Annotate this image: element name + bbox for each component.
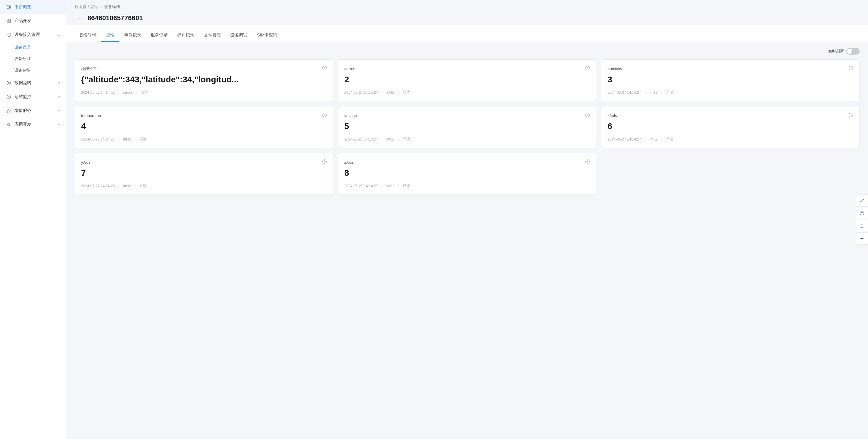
value-icon xyxy=(6,108,11,113)
history-icon-zAxis[interactable] xyxy=(585,159,590,165)
card-value-yAxis: 7 xyxy=(81,168,327,178)
sidebar-item-device-transfer-label: 设备转移 xyxy=(14,68,30,72)
card-value-xAxis: 6 xyxy=(608,122,853,131)
card-voltage: voltage 5 2024-05-27 14:14:27 ｜int32｜只读 xyxy=(338,106,596,148)
sidebar-item-device-mgmt[interactable]: 设备接入管理 ∧ xyxy=(0,28,66,41)
app-dev-arrow-icon: ∨ xyxy=(58,123,60,126)
card-xAxis: xAxis 6 2024-05-27 14:14:27 ｜int32｜只读 xyxy=(601,106,860,148)
card-name-xAxis: xAxis xyxy=(608,113,617,118)
float-help-button[interactable] xyxy=(856,207,868,219)
device-mgmt-arrow-icon: ∧ xyxy=(58,33,60,36)
card-name-zAxis: zAxis xyxy=(344,160,354,165)
svg-rect-7 xyxy=(7,33,11,36)
history-icon-geo[interactable] xyxy=(322,66,327,72)
app-icon xyxy=(6,122,11,127)
svg-point-23 xyxy=(862,214,862,214)
history-icon-voltage[interactable] xyxy=(585,113,590,119)
svg-marker-13 xyxy=(7,109,10,113)
tab-sim[interactable]: SIM卡查询 xyxy=(252,30,282,41)
value-arrow-icon: ∨ xyxy=(58,109,60,113)
card-name-current: current xyxy=(344,67,356,71)
sidebar-item-platform-label: 平台概览 xyxy=(14,4,60,10)
breadcrumb-current: 设备详情 xyxy=(104,4,120,10)
card-value-geo: {"altitude":343,"latitude":34,"longitud.… xyxy=(81,75,327,85)
card-name-humidity: humidity xyxy=(608,67,622,71)
ops-arrow-icon: ∨ xyxy=(58,95,60,99)
sidebar-item-ops-label: 运维监控 xyxy=(14,94,55,99)
sidebar-item-device-manage-label: 设备管理 xyxy=(14,45,30,50)
tab-event[interactable]: 事件记录 xyxy=(119,30,146,41)
tab-bar: 设备详情属性事件记录服务记录操作记录文件管理设备调试SIM卡查询 xyxy=(66,25,868,42)
sidebar-item-device-mgmt-label: 设备接入管理 xyxy=(14,32,55,37)
device-icon xyxy=(6,32,11,37)
card-timestamp-zAxis: 2024-05-27 14:14:27 xyxy=(344,184,378,188)
sidebar-item-device-transfer[interactable]: 设备转移 xyxy=(14,65,66,76)
sidebar-item-value-label: 增值服务 xyxy=(14,108,55,113)
card-yAxis: yAxis 7 2024-05-27 14:14:27 ｜int32｜只读 xyxy=(75,153,333,195)
history-icon-yAxis[interactable] xyxy=(322,159,327,165)
card-timestamp-xAxis: 2024-05-27 14:14:27 xyxy=(608,137,641,142)
card-timestamp-current: 2024-05-27 14:14:27 xyxy=(344,90,378,95)
svg-rect-6 xyxy=(9,21,10,23)
page-header: ← 864601065776601 xyxy=(66,11,868,22)
main-content: 设备接入管理 > 设备详情 ← 864601065776601 设备详情属性事件… xyxy=(66,0,868,439)
history-icon-xAxis[interactable] xyxy=(848,113,853,119)
sidebar-item-app-dev[interactable]: 应用开发 ∨ xyxy=(0,118,66,131)
float-edit-button[interactable] xyxy=(856,194,868,207)
card-name-voltage: voltage xyxy=(344,113,357,118)
tab-detail[interactable]: 设备详情 xyxy=(75,30,101,41)
sidebar-item-platform[interactable]: 平台概览 xyxy=(0,0,66,14)
float-minimize-button[interactable] xyxy=(856,232,868,245)
history-icon-temperature[interactable] xyxy=(322,113,327,119)
page-title: 864601065776601 xyxy=(88,14,143,22)
toolbar: 实时刷新 xyxy=(75,48,860,55)
product-icon xyxy=(6,18,11,24)
sidebar: 平台概览 产品开发 设备接入管理 ∧ 设备管理 设备分组 设备转移 数据流转 ∨ xyxy=(0,0,66,439)
svg-rect-3 xyxy=(7,19,8,21)
content-area: 实时刷新 地理位置 {"altitude":343,"latitude":34,… xyxy=(66,42,868,439)
card-timestamp-voltage: 2024-05-27 14:14:27 xyxy=(344,137,378,142)
breadcrumb: 设备接入管理 > 设备详情 xyxy=(66,0,868,11)
sidebar-item-device-manage[interactable]: 设备管理 xyxy=(14,41,66,53)
card-name-geo: 地理位置 xyxy=(81,66,97,71)
history-icon-humidity[interactable] xyxy=(848,66,853,72)
sidebar-sub-device: 设备管理 设备分组 设备转移 xyxy=(0,41,66,76)
card-current: current 2 2024-05-27 14:14:27 ｜int32｜只读 xyxy=(338,59,596,101)
card-geo: 地理位置 {"altitude":343,"latitude":34,"long… xyxy=(75,59,333,101)
tab-debug[interactable]: 设备调试 xyxy=(226,30,252,41)
data-flow-arrow-icon: ∨ xyxy=(58,82,60,85)
globe-icon xyxy=(6,4,11,10)
sidebar-item-value-added[interactable]: 增值服务 ∨ xyxy=(0,104,66,118)
sidebar-item-device-group[interactable]: 设备分组 xyxy=(14,53,66,65)
tab-operation[interactable]: 操作记录 xyxy=(173,30,199,41)
card-timestamp-yAxis: 2024-05-27 14:14:27 xyxy=(81,184,115,188)
sidebar-item-product[interactable]: 产品开发 xyxy=(0,14,66,28)
monitor-icon xyxy=(6,94,11,99)
card-value-current: 2 xyxy=(344,75,590,85)
tab-service[interactable]: 服务记录 xyxy=(146,30,173,41)
sidebar-item-product-label: 产品开发 xyxy=(14,18,60,24)
toggle-knob xyxy=(847,49,852,54)
card-zAxis: zAxis 8 2024-05-27 14:14:27 ｜int32｜只读 xyxy=(338,153,596,195)
history-icon-current[interactable] xyxy=(585,66,590,72)
realtime-refresh-toggle[interactable] xyxy=(846,48,860,55)
sidebar-item-ops[interactable]: 运维监控 ∨ xyxy=(0,90,66,104)
attribute-cards: 地理位置 {"altitude":343,"latitude":34,"long… xyxy=(75,59,860,195)
flow-icon xyxy=(6,80,11,86)
card-humidity: humidity 3 2024-05-27 14:14:27 ｜int32｜只读 xyxy=(601,59,860,101)
breadcrumb-parent[interactable]: 设备接入管理 xyxy=(75,4,98,10)
card-value-voltage: 5 xyxy=(344,122,590,131)
back-button[interactable]: ← xyxy=(75,14,83,22)
float-buttons xyxy=(856,194,868,245)
breadcrumb-separator: > xyxy=(100,5,102,9)
svg-rect-5 xyxy=(7,21,8,23)
card-name-temperature: temperature xyxy=(81,113,102,118)
sidebar-item-data-flow[interactable]: 数据流转 ∨ xyxy=(0,76,66,90)
svg-rect-4 xyxy=(9,19,10,21)
card-value-humidity: 3 xyxy=(608,75,853,85)
card-name-yAxis: yAxis xyxy=(81,160,91,165)
tab-file[interactable]: 文件管理 xyxy=(199,30,226,41)
card-value-temperature: 4 xyxy=(81,122,327,131)
float-upload-button[interactable] xyxy=(856,220,868,232)
tab-attr[interactable]: 属性 xyxy=(101,30,119,41)
